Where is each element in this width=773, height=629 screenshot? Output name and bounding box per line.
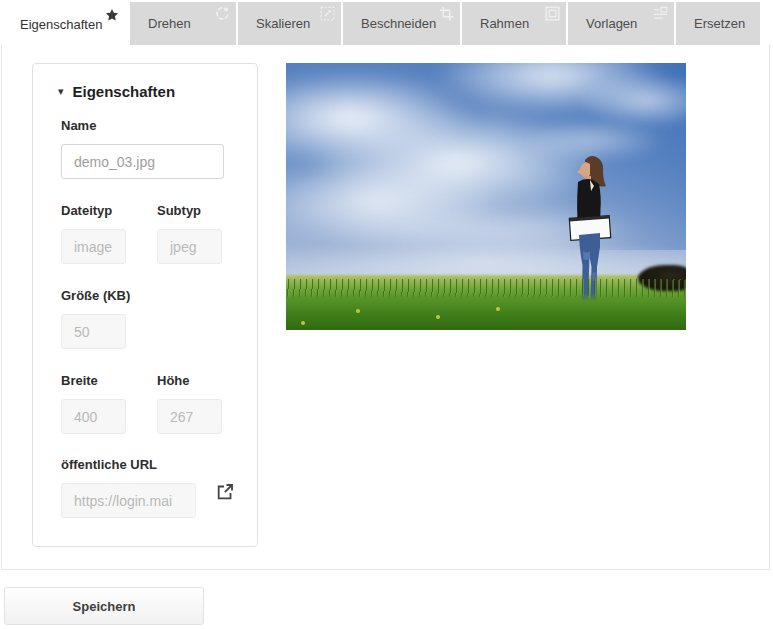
tab-panel-content: ▾ Eigenschaften Name Dateityp Subtyp Grö… [1,45,770,570]
subtype-label: Subtyp [157,202,201,219]
flower-dot [301,321,305,325]
resize-icon [320,6,335,21]
star-icon [105,8,119,22]
tab-label: Skalieren [256,16,310,31]
frame-icon [545,6,560,21]
crop-icon [439,6,454,21]
tab-label: Ersetzen [694,16,745,31]
size-input [61,314,126,349]
external-link-icon[interactable] [216,483,234,501]
tab-skalieren[interactable]: Skalieren [238,2,341,45]
tab-label: Eigenschaften [20,17,102,32]
flower-dot [436,315,440,319]
name-label: Name [61,117,257,134]
properties-panel: ▾ Eigenschaften Name Dateityp Subtyp Grö… [32,63,258,547]
public-url-input [61,483,196,518]
tab-beschneiden[interactable]: Beschneiden [343,2,460,45]
tab-rahmen[interactable]: Rahmen [462,2,566,45]
tab-bar: Eigenschaften Drehen Skalieren Beschneid… [2,2,760,45]
collapse-caret-icon: ▾ [58,85,64,98]
filetype-label: Dateityp [61,202,157,219]
rotate-icon [215,6,230,21]
width-input [61,399,126,434]
width-label: Breite [61,372,157,389]
height-input [157,399,222,434]
filetype-input [61,229,126,264]
grass-foreground [286,293,686,330]
tab-drehen[interactable]: Drehen [130,2,236,45]
panel-title: Eigenschaften [73,83,176,100]
tab-vorlagen[interactable]: Vorlagen [568,2,674,45]
subtype-input [157,229,222,264]
name-input[interactable] [61,144,224,179]
preview-image [286,63,686,330]
save-button[interactable]: Speichern [4,587,204,625]
tab-ersetzen[interactable]: Ersetzen [676,2,760,45]
flower-dot [356,309,360,313]
height-label: Höhe [157,372,190,389]
public-url-label: öffentliche URL [61,456,257,473]
tab-label: Rahmen [480,16,529,31]
panel-collapse-header[interactable]: ▾ Eigenschaften [58,83,257,100]
tab-label: Vorlagen [586,16,637,31]
tab-eigenschaften[interactable]: Eigenschaften [2,2,128,47]
tab-label: Drehen [148,16,191,31]
templates-icon [653,6,668,21]
tab-label: Beschneiden [361,16,436,31]
flower-dot [496,307,500,311]
size-label: Größe (KB) [61,287,131,304]
